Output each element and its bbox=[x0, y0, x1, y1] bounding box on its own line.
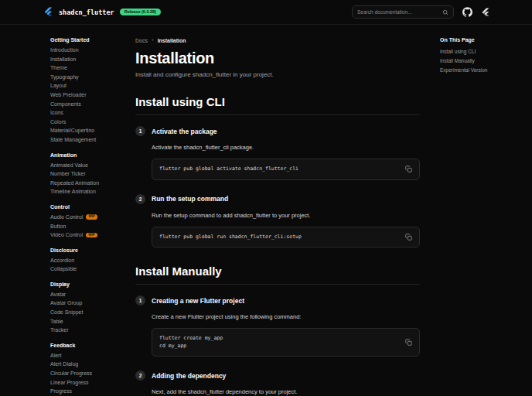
toc-item[interactable]: Install Manually bbox=[440, 56, 525, 66]
search-box[interactable] bbox=[352, 5, 454, 19]
breadcrumb-docs-link[interactable]: Docs bbox=[135, 38, 148, 43]
section-heading: Install using CLI bbox=[135, 95, 420, 115]
sidebar-item-label: Accordion bbox=[50, 256, 74, 265]
sidebar-item-label: Web Preloader bbox=[50, 90, 87, 100]
sidebar-item[interactable]: Linear Progress bbox=[50, 378, 135, 387]
sidebar-item-label: Layout bbox=[50, 81, 66, 90]
sidebar-item-label: Video Control bbox=[50, 230, 83, 240]
release-badge[interactable]: Release (0.0.28) bbox=[120, 9, 161, 16]
page-layout: Getting Started Introduction Installatio… bbox=[0, 25, 532, 396]
steps-list: 1 Creating a new Flutter project Create … bbox=[135, 295, 420, 396]
copy-button[interactable] bbox=[405, 339, 412, 346]
toc-item-label: Install using CLI bbox=[440, 49, 476, 54]
sidebar-item[interactable]: Icons bbox=[50, 108, 135, 118]
copy-icon bbox=[405, 339, 412, 346]
sidebar-section-title: Feedback bbox=[50, 343, 135, 348]
search-input[interactable] bbox=[357, 9, 438, 15]
sidebar-item-label: Circular Progress bbox=[50, 369, 92, 378]
sidebar-item-label: Timeline Animation bbox=[50, 187, 96, 196]
breadcrumb: Docs › Installation bbox=[135, 37, 420, 43]
section-install-cli: Install using CLI 1 Activate the package… bbox=[135, 95, 420, 248]
sidebar-section-title: Control bbox=[50, 204, 135, 210]
sidebar-item[interactable]: Tracker bbox=[50, 326, 135, 335]
install-step: 1 Creating a new Flutter project Create … bbox=[135, 295, 420, 357]
sidebar-item-label: Alert bbox=[50, 351, 61, 360]
sidebar-item[interactable]: Avatar bbox=[50, 290, 135, 299]
sidebar-item-label: Installation bbox=[50, 55, 76, 64]
sidebar-item[interactable]: Circular Progress bbox=[50, 369, 135, 378]
sidebar-item[interactable]: Repeated Animation bbox=[50, 179, 135, 188]
sidebar-item-label: Button bbox=[50, 222, 66, 231]
sidebar-item[interactable]: Introduction bbox=[50, 46, 135, 55]
sidebar-item[interactable]: Theme bbox=[50, 63, 135, 73]
search-icon bbox=[442, 9, 448, 15]
wip-badge: WIP bbox=[86, 233, 97, 238]
sidebar-list: Alert Alert Dialog Circular Progress Lin… bbox=[50, 351, 135, 396]
sidebar-item[interactable]: State Management bbox=[50, 135, 135, 145]
sidebar-item[interactable]: Timeline Animation bbox=[50, 187, 135, 196]
sidebar-section-title: Getting Started bbox=[50, 37, 135, 43]
sidebar-item[interactable]: Components bbox=[50, 100, 135, 109]
step-description: Activate the shadcn_flutter_cli package. bbox=[152, 144, 420, 151]
sidebar-item[interactable]: Web Preloader bbox=[50, 90, 135, 100]
step-description: Next, add the shadcn_flutter dependency … bbox=[152, 388, 420, 395]
sidebar-item[interactable]: Video Control WIP bbox=[50, 230, 135, 240]
sidebar-list: Accordion Collapsible bbox=[50, 256, 135, 274]
sidebar-section-title: Disclosure bbox=[50, 248, 135, 253]
toc-list: Install using CLI Install Manually Exper… bbox=[440, 47, 525, 75]
sidebar-list: Introduction Installation Theme Typograp… bbox=[50, 46, 135, 145]
flutter-mono-icon bbox=[481, 8, 490, 17]
code-block: flutter create my_app cd my_app bbox=[152, 328, 420, 357]
step-title: Adding the dependency bbox=[152, 372, 226, 380]
brand-group[interactable]: shadcn_flutter Release (0.0.28) bbox=[43, 7, 161, 17]
sidebar-item-label: Colors bbox=[50, 118, 66, 127]
page-title: Installation bbox=[135, 50, 420, 67]
sidebar-item[interactable]: Progress bbox=[50, 387, 135, 396]
sidebar-item[interactable]: Button bbox=[50, 222, 135, 231]
copy-button[interactable] bbox=[405, 234, 412, 241]
github-button[interactable] bbox=[462, 7, 472, 17]
top-navigation-bar: shadcn_flutter Release (0.0.28) bbox=[0, 0, 532, 25]
flutter-logo-icon bbox=[43, 7, 53, 17]
flutter-mono-button[interactable] bbox=[481, 8, 490, 17]
sidebar-item[interactable]: Animated Value bbox=[50, 161, 135, 170]
page-subtitle: Install and configure shadcn_flutter in … bbox=[135, 71, 420, 78]
copy-icon bbox=[405, 234, 412, 241]
sidebar-section-animation: Animation Animated Value Number Ticker R… bbox=[50, 152, 135, 196]
sidebar-item-label: Introduction bbox=[50, 46, 79, 55]
step-number: 1 bbox=[135, 295, 145, 306]
sidebar-item[interactable]: Installation bbox=[50, 55, 135, 64]
code-text: flutter pub global run shadcn_flutter_cl… bbox=[159, 234, 302, 241]
sidebar-item[interactable]: Typography bbox=[50, 73, 135, 82]
sidebar-item[interactable]: Avatar Group bbox=[50, 299, 135, 308]
step-number: 2 bbox=[135, 370, 145, 381]
sidebar-section-disclosure: Disclosure Accordion Collapsible bbox=[50, 248, 135, 274]
code-text: flutter pub global activate shadcn_flutt… bbox=[159, 166, 298, 173]
sidebar-item[interactable]: Code Snippet bbox=[50, 308, 135, 317]
sidebar-item-label: Typography bbox=[50, 73, 79, 82]
sidebar-item[interactable]: Alert Dialog bbox=[50, 360, 135, 369]
install-step: 2 Adding the dependency Next, add the sh… bbox=[135, 370, 420, 396]
step-description: Create a new Flutter project using the f… bbox=[152, 313, 420, 320]
install-step: 2 Run the setup command Run the setup co… bbox=[135, 194, 420, 248]
github-icon bbox=[462, 7, 472, 17]
sidebar-item[interactable]: Colors bbox=[50, 118, 135, 127]
step-title: Activate the package bbox=[152, 128, 217, 135]
sidebar-item[interactable]: Accordion bbox=[50, 256, 135, 265]
wip-badge: WIP bbox=[86, 214, 97, 220]
sidebar-item[interactable]: Layout bbox=[50, 81, 135, 90]
toc-item[interactable]: Experimental Version bbox=[440, 66, 525, 75]
sidebar-item[interactable]: Collapsible bbox=[50, 265, 135, 274]
sidebar-section-control: Control Audio Control WIP Button Video C… bbox=[50, 204, 135, 240]
sidebar-section-display: Display Avatar Avatar Group Code Snippet… bbox=[50, 282, 135, 335]
sidebar-item[interactable]: Material/Cupertino bbox=[50, 126, 135, 135]
sidebar-item[interactable]: Table bbox=[50, 317, 135, 326]
sidebar-item-label: Avatar bbox=[50, 290, 66, 299]
toc-item[interactable]: Install using CLI bbox=[440, 47, 525, 56]
code-block: flutter pub global run shadcn_flutter_cl… bbox=[152, 227, 420, 248]
sidebar-item[interactable]: Alert bbox=[50, 351, 135, 360]
sidebar-list: Avatar Avatar Group Code Snippet Table T… bbox=[50, 290, 135, 335]
sidebar-item[interactable]: Number Ticker bbox=[50, 169, 135, 179]
copy-button[interactable] bbox=[405, 166, 412, 172]
sidebar-item[interactable]: Audio Control WIP bbox=[50, 213, 135, 222]
